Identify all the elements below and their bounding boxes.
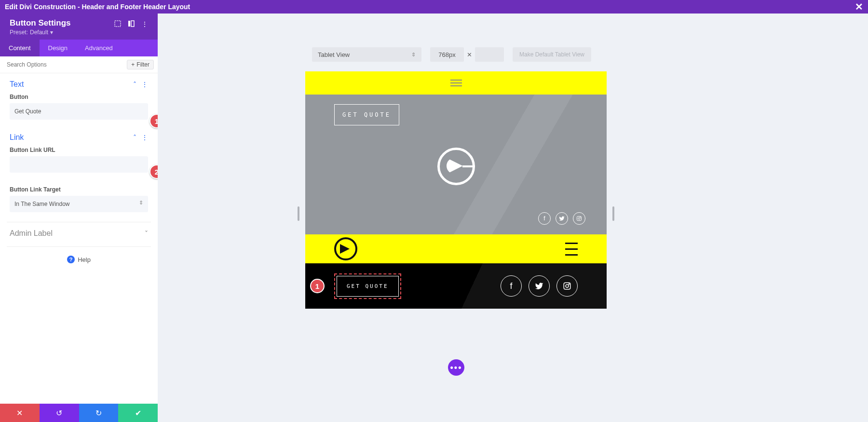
preview-frame: GET QUOTE f GET QUOTE — [305, 71, 607, 309]
get-quote-button-hero[interactable]: GET QUOTE — [334, 104, 399, 125]
redo-button[interactable]: ↻ — [79, 404, 119, 422]
panel-footer: ✕ ↺ ↻ ✔ — [0, 404, 158, 422]
save-button[interactable]: ✔ — [118, 404, 158, 422]
chevron-down-icon: ˅ — [145, 230, 148, 237]
instagram-icon[interactable] — [573, 212, 585, 225]
link-target-select[interactable] — [10, 196, 148, 212]
settings-panel: Button Settings Preset: Default ▾ ⋮ Cont… — [0, 14, 158, 422]
viewport-width[interactable]: 768px — [430, 47, 464, 62]
instagram-icon[interactable] — [556, 275, 578, 297]
section-admin-label[interactable]: Admin Label ˅ — [0, 222, 158, 240]
by-label: ✕ — [467, 51, 472, 58]
viewport-height[interactable] — [475, 47, 504, 62]
more-vertical-icon[interactable]: ⋮ — [141, 134, 148, 141]
logo-icon — [437, 148, 475, 185]
more-vertical-icon[interactable]: ⋮ — [141, 20, 148, 28]
panel-header: Button Settings Preset: Default ▾ ⋮ — [0, 14, 158, 40]
tab-content[interactable]: Content — [0, 40, 40, 56]
tab-design[interactable]: Design — [40, 40, 76, 56]
search-row: + Filter — [0, 56, 158, 73]
search-input[interactable] — [0, 56, 127, 73]
cancel-button[interactable]: ✕ — [0, 404, 40, 422]
view-toolbar: Tablet View 768px ✕ Make Default Tablet … — [312, 47, 591, 62]
canvas: Tablet View 768px ✕ Make Default Tablet … — [158, 14, 868, 422]
preset-selector[interactable]: Preset: Default ▾ — [10, 29, 71, 36]
section-text[interactable]: Text ˄ ⋮ — [0, 73, 158, 91]
svg-point-5 — [580, 217, 581, 218]
expand-icon[interactable] — [114, 20, 121, 28]
close-icon[interactable]: ✕ — [855, 1, 863, 13]
title-bar-text: Edit Divi Construction - Header and Foot… — [5, 3, 190, 11]
svg-rect-1 — [128, 21, 130, 27]
make-default-button[interactable]: Make Default Tablet View — [513, 47, 591, 62]
svg-point-8 — [569, 284, 570, 285]
link-url-input[interactable] — [10, 156, 148, 173]
chevron-up-icon: ˄ — [133, 81, 136, 88]
help-icon: ? — [67, 256, 75, 263]
annotation-marker-1: 1 — [310, 279, 325, 293]
facebook-icon[interactable]: f — [538, 212, 551, 225]
preview-black-bar: GET QUOTE f 1 — [305, 263, 607, 309]
hamburger-icon[interactable] — [450, 80, 462, 86]
more-fab-icon[interactable]: ••• — [448, 359, 464, 376]
title-bar: Edit Divi Construction - Header and Foot… — [0, 0, 868, 14]
selected-module-outline[interactable]: GET QUOTE — [334, 273, 401, 299]
link-url-label: Button Link URL — [10, 147, 148, 156]
chevron-up-icon: ˄ — [133, 134, 136, 141]
preview-hero: GET QUOTE f — [305, 95, 607, 234]
resize-handle-left[interactable] — [298, 206, 299, 221]
preview-yellow-mid — [305, 234, 607, 263]
logo-dark-icon — [334, 237, 357, 260]
twitter-icon[interactable] — [556, 212, 568, 225]
panel-title: Button Settings — [10, 18, 71, 28]
view-selector[interactable]: Tablet View — [312, 47, 421, 62]
link-target-label: Button Link Target — [10, 186, 148, 196]
undo-button[interactable]: ↺ — [40, 404, 79, 422]
help-link[interactable]: ? Help — [0, 247, 158, 272]
tabs: Content Design Advanced — [0, 40, 158, 56]
tab-advanced[interactable]: Advanced — [76, 40, 122, 56]
filter-button[interactable]: + Filter — [127, 60, 154, 69]
plus-icon: + — [131, 61, 135, 68]
section-link[interactable]: Link ˄ ⋮ — [0, 126, 158, 144]
svg-point-7 — [566, 285, 569, 287]
svg-rect-2 — [131, 21, 134, 27]
hamburger-icon[interactable] — [565, 243, 578, 256]
more-vertical-icon[interactable]: ⋮ — [141, 81, 148, 88]
preview-yellow-top — [305, 71, 607, 95]
layout-icon[interactable] — [128, 20, 135, 28]
resize-handle-right[interactable] — [612, 206, 614, 221]
get-quote-button-selected[interactable]: GET QUOTE — [337, 276, 399, 297]
svg-rect-0 — [115, 21, 121, 27]
chevron-down-icon: ▾ — [50, 29, 53, 36]
button-text-input[interactable] — [10, 103, 148, 120]
button-text-label: Button — [10, 94, 148, 103]
twitter-icon[interactable] — [529, 275, 550, 297]
svg-point-4 — [578, 218, 580, 219]
facebook-icon[interactable]: f — [501, 275, 522, 297]
